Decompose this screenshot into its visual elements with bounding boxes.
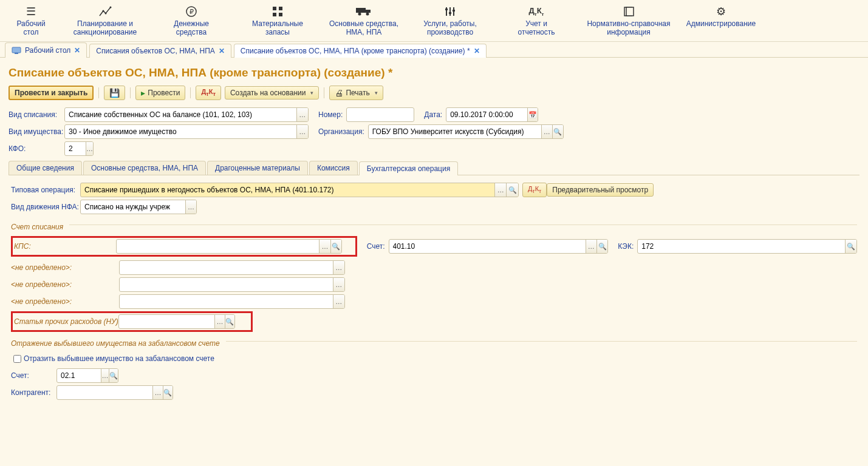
select-icon[interactable]: … [152,386,162,399]
svg-rect-16 [445,8,448,10]
nfa-field[interactable] [81,200,185,214]
kek-field[interactable] [638,240,845,253]
select-icon[interactable]: … [494,183,507,197]
undef-input-3[interactable]: … [119,294,345,309]
tab-document[interactable]: Списание объектов ОС, НМА, НПА (кроме тр… [234,44,487,58]
expense-field[interactable] [119,315,214,328]
org-input[interactable]: … 🔍 [368,124,564,139]
kfo-input[interactable]: … [64,141,94,156]
nav-money[interactable]: ₽ Денежныесредства [148,2,234,39]
nfa-input[interactable]: … [80,200,197,214]
preview-button[interactable]: ДтКт [522,183,547,197]
op-type-input[interactable]: … 🔍 [80,183,519,197]
nav-assets[interactable]: Основные средства,НМА, НПА [321,2,407,39]
search-icon[interactable]: 🔍 [330,240,341,253]
main-nav: ☰ Рабочийстол Планирование исанкциониров… [0,0,868,42]
search-icon[interactable]: 🔍 [552,125,563,138]
kps-input[interactable]: … 🔍 [116,239,342,254]
subtab-metals[interactable]: Драгоценные материалы [207,161,308,175]
select-icon[interactable]: … [101,369,109,382]
nav-desktop[interactable]: ☰ Рабочийстол [0,2,62,39]
svg-rect-10 [366,10,371,13]
nav-reference[interactable]: Нормативно-справочнаяинформация [579,2,678,39]
search-icon[interactable]: 🔍 [845,240,856,253]
number-input[interactable] [346,107,414,122]
subtab-commission[interactable]: Комиссия [309,161,358,175]
org-field[interactable] [369,125,541,138]
tab-desktop[interactable]: Рабочий стол ✕ [5,42,87,58]
type-field[interactable] [65,108,296,121]
date-field[interactable] [446,108,527,121]
svg-point-1 [105,13,107,15]
contr-input[interactable]: … 🔍 [56,385,173,400]
nav-planning[interactable]: Планирование исанкционирование [62,2,148,39]
select-icon[interactable]: … [296,125,308,138]
divider [69,225,857,225]
subtab-accounting[interactable]: Бухгалтерская операция [359,161,458,175]
label-undef-2: <не определено>: [11,280,119,289]
dtkt-icon: ДтКт [528,185,541,194]
svg-rect-6 [279,7,282,10]
number-field[interactable] [347,108,414,121]
acct2-field[interactable] [57,369,101,382]
reflect-checkbox[interactable] [13,355,21,363]
nav-admin[interactable]: ⚙ Администрирование [678,2,764,39]
acct2-input[interactable]: … 🔍 [56,368,118,383]
select-icon[interactable]: … [319,240,330,253]
dtkt-button[interactable]: ДтКт [196,86,221,100]
post-and-close-button[interactable]: Провести и закрыть [9,86,94,100]
select-icon[interactable]: … [541,125,552,138]
op-type-field[interactable] [81,183,494,197]
subtab-assets[interactable]: Основные средства, НМА, НПА [83,161,206,175]
desktop-tab-icon [12,46,21,55]
hamburger-icon: ☰ [4,5,58,18]
search-icon[interactable]: 🔍 [163,386,173,399]
undef-field-3[interactable] [120,295,333,308]
select-icon[interactable]: … [333,295,344,308]
undef-input-1[interactable]: … [119,260,345,275]
kfo-field[interactable] [65,142,86,155]
tab-label: Списания объектов ОС, НМА, НПА [96,47,214,55]
select-icon[interactable]: … [185,200,196,214]
close-icon[interactable]: ✕ [474,47,480,55]
select-icon[interactable]: … [333,261,344,274]
property-input[interactable]: … [64,124,309,139]
kek-input[interactable]: 🔍 [637,239,857,254]
close-icon[interactable]: ✕ [219,47,225,55]
select-icon[interactable]: … [214,315,224,328]
post-button[interactable]: ▸ Провести [135,86,185,100]
select-icon[interactable]: … [586,240,596,253]
undef-field-1[interactable] [120,261,333,274]
undef-input-2[interactable]: … [119,277,345,292]
nav-services[interactable]: Услуги, работы,производство [407,2,493,39]
select-icon[interactable]: … [296,108,308,121]
preview-text-button[interactable]: Предварительный просмотр [547,183,654,197]
search-icon[interactable]: 🔍 [225,315,234,328]
nav-materials[interactable]: Материальныезапасы [234,2,321,39]
search-icon[interactable]: 🔍 [109,369,118,382]
contr-field[interactable] [57,386,152,399]
search-icon[interactable]: 🔍 [596,240,607,253]
save-button[interactable]: 💾 [104,86,125,100]
close-icon[interactable]: ✕ [74,46,80,55]
create-on-basis-button[interactable]: Создать на основании [225,86,320,100]
property-field[interactable] [65,125,296,138]
nav-reports[interactable]: ДтКт Учет иотчетность [493,2,579,39]
undef-field-2[interactable] [120,278,333,291]
tab-list[interactable]: Списания объектов ОС, НМА, НПА ✕ [89,44,231,58]
subtab-general[interactable]: Общие сведения [9,161,82,175]
acct-field[interactable] [389,240,586,253]
calendar-icon[interactable]: 📅 [527,108,538,121]
expense-input[interactable]: … 🔍 [118,314,235,329]
kps-field[interactable] [117,240,319,253]
select-icon[interactable]: … [86,142,93,155]
book-icon [583,5,674,18]
type-input[interactable]: … [64,107,309,122]
highlight-expense: Статья прочих расходов (НУ): … 🔍 [11,311,253,332]
tab-bar: Рабочий стол ✕ Списания объектов ОС, НМА… [0,42,868,58]
acct-input[interactable]: … 🔍 [389,239,609,254]
print-button[interactable]: 🖨 Печать [329,86,383,100]
select-icon[interactable]: … [333,278,344,291]
date-input[interactable]: 📅 [446,107,538,122]
search-icon[interactable]: 🔍 [506,183,518,197]
